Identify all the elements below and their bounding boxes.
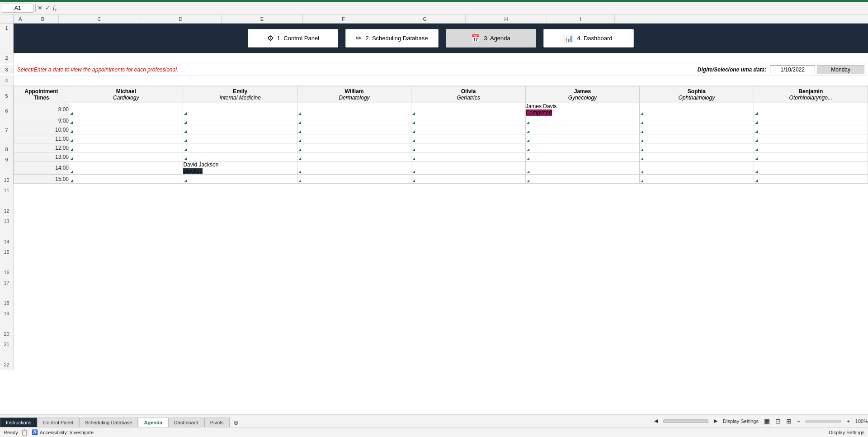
slot-8:00-Benjamin[interactable] xyxy=(754,103,868,116)
slot-12:00-Emily[interactable] xyxy=(183,143,297,152)
slot-8:00-Sophia[interactable] xyxy=(640,103,754,116)
col-header-A[interactable]: A xyxy=(14,14,27,23)
slot-15:00-Sophia[interactable] xyxy=(640,175,754,184)
slot-13:00-Emily[interactable] xyxy=(183,152,297,162)
emily-specialty: Internal Medicine xyxy=(186,95,294,101)
slot-9:00-William[interactable] xyxy=(297,116,411,125)
slot-13:00-Olivia[interactable] xyxy=(411,152,525,162)
slot-12:00-Sophia[interactable] xyxy=(640,143,754,152)
table-scroll-area[interactable]: Appointment Times Michael Cardiology Emi… xyxy=(14,86,868,370)
cell-corner-marker xyxy=(755,157,758,160)
slot-11:00-James[interactable] xyxy=(525,134,639,143)
slot-13:00-William[interactable] xyxy=(297,152,411,162)
sophia-specialty: Ophthalmology xyxy=(642,95,750,101)
slot-10:00-Benjamin[interactable] xyxy=(754,125,868,134)
formula-input[interactable] xyxy=(58,5,866,11)
slot-13:00-James[interactable] xyxy=(525,152,639,162)
slot-10:00-William[interactable] xyxy=(297,125,411,134)
slot-15:00-Olivia[interactable] xyxy=(411,175,525,184)
cell-corner-marker xyxy=(412,148,415,151)
slot-14:00-Benjamin[interactable] xyxy=(754,162,868,175)
control-panel-btn[interactable]: ⚙ 1. Control Panel xyxy=(248,29,338,48)
cell-corner-marker xyxy=(298,139,301,142)
slot-10:00-James[interactable] xyxy=(525,125,639,134)
row-1: 1 ⚙ 1. Control Panel ✏ 2. Scheduling Dat… xyxy=(0,24,868,53)
rn-15: 15 xyxy=(0,247,14,267)
cell-corner-marker xyxy=(412,112,415,115)
slot-15:00-James[interactable] xyxy=(525,175,639,184)
slot-14:00-Olivia[interactable] xyxy=(411,162,525,175)
cell-corner-marker xyxy=(70,130,73,133)
slot-14:00-Sophia[interactable] xyxy=(640,162,754,175)
slot-14:00-Michael[interactable] xyxy=(69,162,183,175)
slot-8:00-Emily[interactable] xyxy=(183,103,297,116)
slot-9:00-Benjamin[interactable] xyxy=(754,116,868,125)
slot-14:00-Emily[interactable]: David JacksonBlocked xyxy=(183,162,297,175)
slot-9:00-Emily[interactable] xyxy=(183,116,297,125)
slot-15:00-Michael[interactable] xyxy=(69,175,183,184)
slot-11:00-Sophia[interactable] xyxy=(640,134,754,143)
cancel-icon[interactable]: ✕ xyxy=(38,5,42,11)
slot-12:00-William[interactable] xyxy=(297,143,411,152)
cell-corner-marker xyxy=(70,121,73,124)
slot-15:00-Benjamin[interactable] xyxy=(754,175,868,184)
slot-15:00-Emily[interactable] xyxy=(183,175,297,184)
header-times: Appointment Times xyxy=(14,86,69,103)
slot-12:00-Benjamin[interactable] xyxy=(754,143,868,152)
slot-8:00-Olivia[interactable] xyxy=(411,103,525,116)
col-header-I[interactable]: I xyxy=(547,14,615,23)
slot-10:00-Michael[interactable] xyxy=(69,125,183,134)
slot-15:00-William[interactable] xyxy=(297,175,411,184)
cell-reference[interactable]: A1 xyxy=(2,4,33,13)
slot-9:00-Sophia[interactable] xyxy=(640,116,754,125)
slot-13:00-Michael[interactable] xyxy=(69,152,183,162)
slot-12:00-Olivia[interactable] xyxy=(411,143,525,152)
slot-14:00-James[interactable] xyxy=(525,162,639,175)
col-header-B[interactable]: B xyxy=(27,14,59,23)
header-william: William Dermatology xyxy=(297,86,411,103)
rn-11: 11 xyxy=(0,185,14,205)
day-display: Monday xyxy=(817,65,864,74)
slot-13:00-Sophia[interactable] xyxy=(640,152,754,162)
col-header-C[interactable]: C xyxy=(59,14,140,23)
scheduling-db-btn[interactable]: ✏ 2. Scheduling Database xyxy=(345,29,438,48)
slot-11:00-Michael[interactable] xyxy=(69,134,183,143)
cell-corner-marker xyxy=(527,157,529,160)
slot-11:00-Olivia[interactable] xyxy=(411,134,525,143)
slot-12:00-James[interactable] xyxy=(525,143,639,152)
slot-8:00-James[interactable]: James DavisCompleted xyxy=(525,103,639,116)
function-icon[interactable]: fx xyxy=(53,4,57,12)
slot-11:00-William[interactable] xyxy=(297,134,411,143)
col-header-E[interactable]: E xyxy=(222,14,303,23)
slot-9:00-Olivia[interactable] xyxy=(411,116,525,125)
james-specialty: Gynecology xyxy=(528,95,637,101)
agenda-btn[interactable]: 📅 3. Agenda xyxy=(446,29,536,48)
cell-corner-marker xyxy=(641,121,643,124)
slot-10:00-Olivia[interactable] xyxy=(411,125,525,134)
cell-corner-marker xyxy=(70,157,73,160)
slot-14:00-William[interactable] xyxy=(297,162,411,175)
date-input[interactable] xyxy=(770,65,815,74)
col-header-D[interactable]: D xyxy=(140,14,222,23)
col-header-H[interactable]: H xyxy=(466,14,547,23)
slot-9:00-Michael[interactable] xyxy=(69,116,183,125)
slot-12:00-Michael[interactable] xyxy=(69,143,183,152)
appointment-patient-name: David Jackson xyxy=(183,162,297,168)
confirm-icon[interactable]: ✓ xyxy=(45,5,50,11)
slot-10:00-Sophia[interactable] xyxy=(640,125,754,134)
col-header-G[interactable]: G xyxy=(384,14,466,23)
slot-11:00-Emily[interactable] xyxy=(183,134,297,143)
slot-8:00-Michael[interactable] xyxy=(69,103,183,116)
time-cell-13:00: 13:00 xyxy=(14,152,69,162)
dashboard-btn[interactable]: 📊 4. Dashboard xyxy=(543,29,634,48)
nav-bar-row: ⚙ 1. Control Panel ✏ 2. Scheduling Datab… xyxy=(14,24,868,53)
slot-11:00-Benjamin[interactable] xyxy=(754,134,868,143)
cell-corner-marker xyxy=(641,157,643,160)
slot-10:00-Emily[interactable] xyxy=(183,125,297,134)
slot-8:00-William[interactable] xyxy=(297,103,411,116)
row-4-content xyxy=(14,76,868,86)
slot-13:00-Benjamin[interactable] xyxy=(754,152,868,162)
col-header-F[interactable]: F xyxy=(303,14,384,23)
slot-9:00-James[interactable] xyxy=(525,116,639,125)
dashboard-label: 4. Dashboard xyxy=(577,35,612,42)
